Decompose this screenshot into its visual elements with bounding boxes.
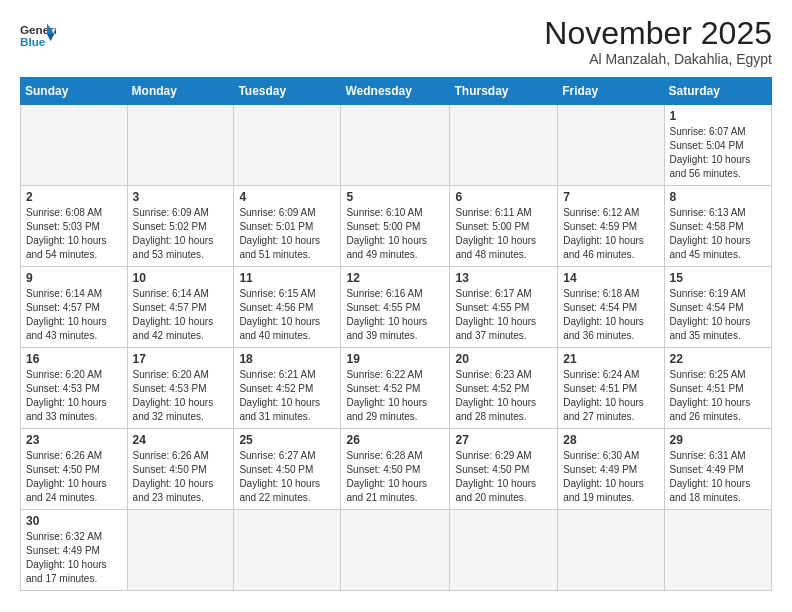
day-info: Sunrise: 6:14 AMSunset: 4:57 PMDaylight:…: [26, 287, 122, 343]
day-info: Sunrise: 6:11 AMSunset: 5:00 PMDaylight:…: [455, 206, 552, 262]
calendar-cell: [558, 510, 664, 591]
day-number: 9: [26, 271, 122, 285]
weekday-header-sunday: Sunday: [21, 78, 128, 105]
day-number: 19: [346, 352, 444, 366]
calendar-cell: 29Sunrise: 6:31 AMSunset: 4:49 PMDayligh…: [664, 429, 771, 510]
calendar-cell: 9Sunrise: 6:14 AMSunset: 4:57 PMDaylight…: [21, 267, 128, 348]
calendar-cell: [234, 105, 341, 186]
day-number: 11: [239, 271, 335, 285]
weekday-header-wednesday: Wednesday: [341, 78, 450, 105]
day-number: 14: [563, 271, 658, 285]
day-info: Sunrise: 6:09 AMSunset: 5:01 PMDaylight:…: [239, 206, 335, 262]
logo: General Blue: [20, 16, 56, 52]
calendar-cell: 15Sunrise: 6:19 AMSunset: 4:54 PMDayligh…: [664, 267, 771, 348]
day-info: Sunrise: 6:24 AMSunset: 4:51 PMDaylight:…: [563, 368, 658, 424]
calendar-week-6: 30Sunrise: 6:32 AMSunset: 4:49 PMDayligh…: [21, 510, 772, 591]
weekday-header-saturday: Saturday: [664, 78, 771, 105]
day-info: Sunrise: 6:27 AMSunset: 4:50 PMDaylight:…: [239, 449, 335, 505]
day-number: 26: [346, 433, 444, 447]
weekday-header-row: SundayMondayTuesdayWednesdayThursdayFrid…: [21, 78, 772, 105]
day-info: Sunrise: 6:19 AMSunset: 4:54 PMDaylight:…: [670, 287, 766, 343]
day-number: 17: [133, 352, 229, 366]
logo-icon: General Blue: [20, 16, 56, 52]
calendar-cell: 24Sunrise: 6:26 AMSunset: 4:50 PMDayligh…: [127, 429, 234, 510]
day-number: 24: [133, 433, 229, 447]
day-info: Sunrise: 6:21 AMSunset: 4:52 PMDaylight:…: [239, 368, 335, 424]
day-info: Sunrise: 6:08 AMSunset: 5:03 PMDaylight:…: [26, 206, 122, 262]
calendar-cell: [664, 510, 771, 591]
day-number: 2: [26, 190, 122, 204]
calendar-cell: 11Sunrise: 6:15 AMSunset: 4:56 PMDayligh…: [234, 267, 341, 348]
header: General Blue November 2025 Al Manzalah, …: [20, 16, 772, 67]
calendar-week-4: 16Sunrise: 6:20 AMSunset: 4:53 PMDayligh…: [21, 348, 772, 429]
day-number: 22: [670, 352, 766, 366]
day-info: Sunrise: 6:16 AMSunset: 4:55 PMDaylight:…: [346, 287, 444, 343]
day-info: Sunrise: 6:32 AMSunset: 4:49 PMDaylight:…: [26, 530, 122, 586]
calendar-cell: 16Sunrise: 6:20 AMSunset: 4:53 PMDayligh…: [21, 348, 128, 429]
day-info: Sunrise: 6:07 AMSunset: 5:04 PMDaylight:…: [670, 125, 766, 181]
day-number: 20: [455, 352, 552, 366]
day-number: 21: [563, 352, 658, 366]
calendar-cell: 13Sunrise: 6:17 AMSunset: 4:55 PMDayligh…: [450, 267, 558, 348]
day-number: 12: [346, 271, 444, 285]
calendar-cell: 21Sunrise: 6:24 AMSunset: 4:51 PMDayligh…: [558, 348, 664, 429]
day-info: Sunrise: 6:25 AMSunset: 4:51 PMDaylight:…: [670, 368, 766, 424]
page: General Blue November 2025 Al Manzalah, …: [0, 0, 792, 607]
day-info: Sunrise: 6:17 AMSunset: 4:55 PMDaylight:…: [455, 287, 552, 343]
calendar-cell: 26Sunrise: 6:28 AMSunset: 4:50 PMDayligh…: [341, 429, 450, 510]
day-info: Sunrise: 6:22 AMSunset: 4:52 PMDaylight:…: [346, 368, 444, 424]
calendar-cell: [234, 510, 341, 591]
day-info: Sunrise: 6:20 AMSunset: 4:53 PMDaylight:…: [133, 368, 229, 424]
day-info: Sunrise: 6:20 AMSunset: 4:53 PMDaylight:…: [26, 368, 122, 424]
day-info: Sunrise: 6:26 AMSunset: 4:50 PMDaylight:…: [133, 449, 229, 505]
day-number: 15: [670, 271, 766, 285]
calendar-cell: [341, 510, 450, 591]
day-info: Sunrise: 6:13 AMSunset: 4:58 PMDaylight:…: [670, 206, 766, 262]
day-info: Sunrise: 6:14 AMSunset: 4:57 PMDaylight:…: [133, 287, 229, 343]
calendar-title: November 2025: [544, 16, 772, 51]
day-number: 29: [670, 433, 766, 447]
calendar-cell: 3Sunrise: 6:09 AMSunset: 5:02 PMDaylight…: [127, 186, 234, 267]
calendar-cell: 25Sunrise: 6:27 AMSunset: 4:50 PMDayligh…: [234, 429, 341, 510]
weekday-header-monday: Monday: [127, 78, 234, 105]
day-number: 5: [346, 190, 444, 204]
day-number: 8: [670, 190, 766, 204]
day-number: 30: [26, 514, 122, 528]
calendar-subtitle: Al Manzalah, Dakahlia, Egypt: [544, 51, 772, 67]
day-info: Sunrise: 6:31 AMSunset: 4:49 PMDaylight:…: [670, 449, 766, 505]
weekday-header-tuesday: Tuesday: [234, 78, 341, 105]
day-info: Sunrise: 6:26 AMSunset: 4:50 PMDaylight:…: [26, 449, 122, 505]
weekday-header-thursday: Thursday: [450, 78, 558, 105]
day-info: Sunrise: 6:23 AMSunset: 4:52 PMDaylight:…: [455, 368, 552, 424]
day-info: Sunrise: 6:12 AMSunset: 4:59 PMDaylight:…: [563, 206, 658, 262]
svg-marker-3: [47, 34, 54, 41]
day-number: 3: [133, 190, 229, 204]
day-info: Sunrise: 6:10 AMSunset: 5:00 PMDaylight:…: [346, 206, 444, 262]
calendar-cell: 19Sunrise: 6:22 AMSunset: 4:52 PMDayligh…: [341, 348, 450, 429]
calendar-cell: 22Sunrise: 6:25 AMSunset: 4:51 PMDayligh…: [664, 348, 771, 429]
calendar-cell: [341, 105, 450, 186]
calendar-cell: 23Sunrise: 6:26 AMSunset: 4:50 PMDayligh…: [21, 429, 128, 510]
calendar-week-5: 23Sunrise: 6:26 AMSunset: 4:50 PMDayligh…: [21, 429, 772, 510]
calendar-cell: 14Sunrise: 6:18 AMSunset: 4:54 PMDayligh…: [558, 267, 664, 348]
calendar-cell: 27Sunrise: 6:29 AMSunset: 4:50 PMDayligh…: [450, 429, 558, 510]
day-info: Sunrise: 6:29 AMSunset: 4:50 PMDaylight:…: [455, 449, 552, 505]
title-block: November 2025 Al Manzalah, Dakahlia, Egy…: [544, 16, 772, 67]
day-number: 27: [455, 433, 552, 447]
day-number: 1: [670, 109, 766, 123]
calendar-cell: 8Sunrise: 6:13 AMSunset: 4:58 PMDaylight…: [664, 186, 771, 267]
calendar-cell: [127, 105, 234, 186]
calendar-cell: [21, 105, 128, 186]
day-info: Sunrise: 6:28 AMSunset: 4:50 PMDaylight:…: [346, 449, 444, 505]
calendar-cell: 1Sunrise: 6:07 AMSunset: 5:04 PMDaylight…: [664, 105, 771, 186]
calendar-cell: 7Sunrise: 6:12 AMSunset: 4:59 PMDaylight…: [558, 186, 664, 267]
day-number: 10: [133, 271, 229, 285]
calendar-table: SundayMondayTuesdayWednesdayThursdayFrid…: [20, 77, 772, 591]
calendar-cell: 30Sunrise: 6:32 AMSunset: 4:49 PMDayligh…: [21, 510, 128, 591]
calendar-cell: [450, 510, 558, 591]
day-number: 23: [26, 433, 122, 447]
calendar-cell: 12Sunrise: 6:16 AMSunset: 4:55 PMDayligh…: [341, 267, 450, 348]
day-number: 25: [239, 433, 335, 447]
day-number: 28: [563, 433, 658, 447]
day-number: 16: [26, 352, 122, 366]
